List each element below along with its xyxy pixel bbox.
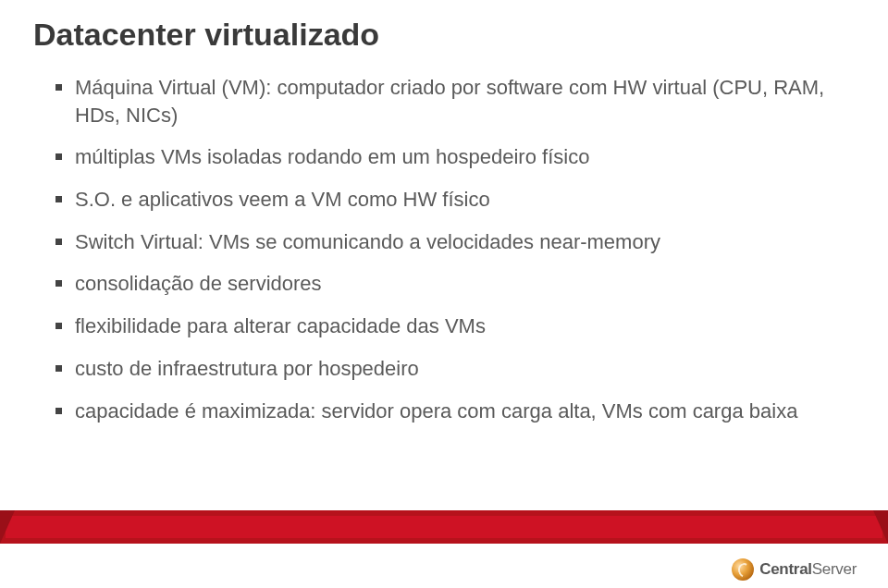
list-item-text: custo de infraestrutura por hospedeiro (75, 355, 832, 383)
brand-logo-text: CentralServer (759, 560, 857, 579)
list-item-text: consolidação de servidores (75, 270, 832, 298)
list-item: flexibilidade para alterar capacidade da… (56, 312, 832, 340)
list-item-text: S.O. e aplicativos veem a VM como HW fís… (75, 186, 832, 214)
footer-corner-right (873, 510, 888, 544)
list-item-text: flexibilidade para alterar capacidade da… (75, 312, 832, 340)
brand-logo-bold: Central (759, 560, 811, 578)
list-item-text: Máquina Virtual (VM): computador criado … (75, 74, 832, 129)
list-item: consolidação de servidores (56, 270, 832, 298)
list-item: S.O. e aplicativos veem a VM como HW fís… (56, 186, 832, 214)
bullet-list: Máquina Virtual (VM): computador criado … (56, 74, 832, 439)
list-item: Máquina Virtual (VM): computador criado … (56, 74, 832, 129)
bullet-icon (56, 408, 62, 414)
slide: Datacenter virtualizado Máquina Virtual … (0, 0, 888, 588)
footer-band (0, 510, 888, 544)
list-item-text: capacidade é maximizada: servidor opera … (75, 398, 832, 425)
list-item: múltiplas VMs isoladas rodando em um hos… (56, 143, 832, 171)
list-item: custo de infraestrutura por hospedeiro (56, 355, 832, 383)
bullet-icon (56, 365, 62, 372)
bullet-icon (56, 239, 62, 245)
brand-logo-light: Server (812, 560, 857, 578)
list-item-text: Switch Virtual: VMs se comunicando a vel… (75, 228, 832, 256)
footer-band-inner (6, 516, 882, 538)
globe-icon (732, 558, 754, 581)
bullet-icon (56, 280, 62, 287)
bullet-icon (56, 196, 62, 202)
list-item: Switch Virtual: VMs se comunicando a vel… (56, 228, 832, 256)
list-item-text: múltiplas VMs isoladas rodando em um hos… (75, 143, 832, 171)
page-title: Datacenter virtualizado (33, 17, 379, 53)
bullet-icon (56, 84, 62, 91)
footer-corner-left (0, 510, 15, 544)
brand-logo: CentralServer (732, 558, 857, 581)
bullet-icon (56, 153, 62, 160)
list-item: capacidade é maximizada: servidor opera … (56, 398, 832, 425)
bullet-icon (56, 323, 62, 329)
